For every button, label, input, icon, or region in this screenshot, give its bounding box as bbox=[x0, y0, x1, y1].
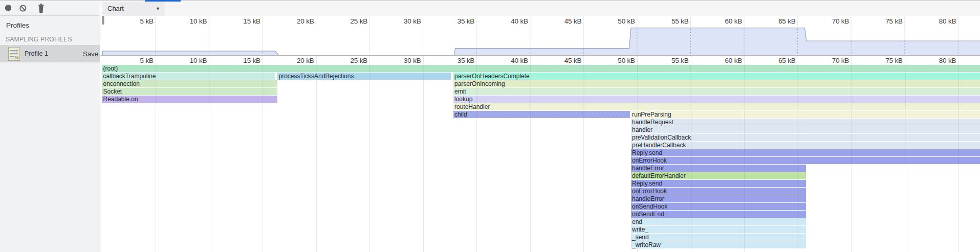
svg-text:15 kB: 15 kB bbox=[243, 17, 260, 25]
svg-text:60 kB: 60 kB bbox=[725, 17, 742, 25]
svg-text:70 kB: 70 kB bbox=[832, 17, 850, 25]
svg-text:80 kB: 80 kB bbox=[939, 17, 956, 25]
svg-text:65 kB: 65 kB bbox=[778, 17, 796, 25]
svg-text:5 kB: 5 kB bbox=[140, 17, 154, 25]
svg-text:30 kB: 30 kB bbox=[404, 17, 421, 25]
svg-text:75 kB: 75 kB bbox=[885, 17, 903, 25]
svg-text:40 kB: 40 kB bbox=[511, 17, 528, 25]
svg-text:20 kB: 20 kB bbox=[297, 17, 314, 25]
svg-text:%: % bbox=[15, 55, 18, 60]
svg-text:10 kB: 10 kB bbox=[190, 17, 207, 25]
svg-text:50 kB: 50 kB bbox=[618, 17, 635, 25]
svg-text:55 kB: 55 kB bbox=[671, 17, 689, 25]
svg-text:45 kB: 45 kB bbox=[564, 17, 582, 25]
svg-text:25 kB: 25 kB bbox=[350, 17, 367, 25]
svg-text:35 kB: 35 kB bbox=[458, 17, 475, 25]
